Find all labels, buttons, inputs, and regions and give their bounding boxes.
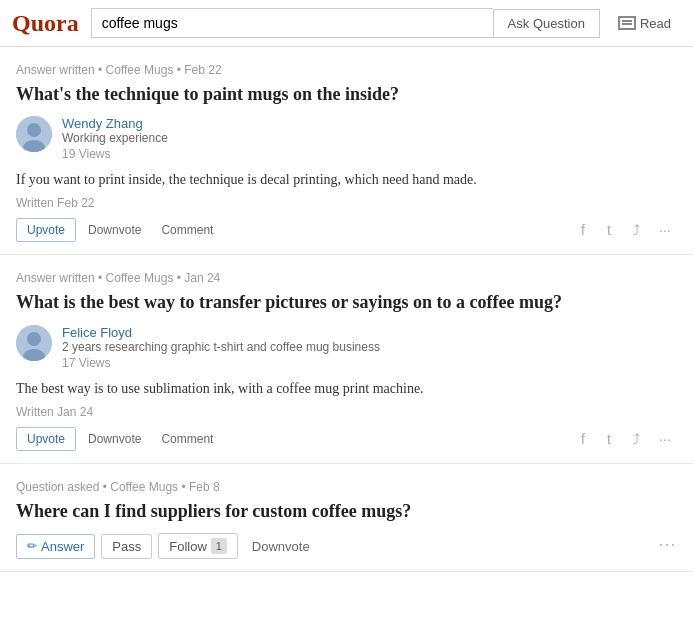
- follow-button[interactable]: Follow 1: [158, 533, 238, 559]
- downvote-button[interactable]: Downvote: [80, 219, 149, 241]
- pass-button[interactable]: Pass: [101, 534, 152, 559]
- post-item: Answer written • Coffee Mugs • Jan 24 Wh…: [0, 255, 693, 463]
- post-item: Answer written • Coffee Mugs • Feb 22 Wh…: [0, 47, 693, 255]
- svg-point-1: [27, 123, 41, 137]
- action-row: Upvote Downvote Comment f t ⤴ ···: [16, 218, 677, 242]
- svg-point-4: [27, 332, 41, 346]
- author-cred: 2 years researching graphic t-shirt and …: [62, 340, 380, 354]
- action-left: Upvote Downvote Comment: [16, 218, 221, 242]
- feed: Answer written • Coffee Mugs • Feb 22 Wh…: [0, 47, 693, 572]
- question-actions-row: ✏ Answer Pass Follow 1 Downvote ···: [16, 533, 677, 559]
- pencil-icon: ✏: [27, 539, 37, 553]
- comment-button[interactable]: Comment: [153, 219, 221, 241]
- answer-button[interactable]: ✏ Answer: [16, 534, 95, 559]
- author-row: Wendy Zhang Working experience 19 Views: [16, 116, 677, 161]
- action-left: Upvote Downvote Comment: [16, 427, 221, 451]
- written-date: Written Jan 24: [16, 405, 677, 419]
- avatar: [16, 325, 52, 361]
- author-info: Wendy Zhang Working experience 19 Views: [62, 116, 168, 161]
- post-question[interactable]: Where can I find suppliers for custom co…: [16, 500, 677, 523]
- ask-question-button[interactable]: Ask Question: [493, 9, 600, 38]
- post-meta: Answer written • Coffee Mugs • Feb 22: [16, 63, 677, 77]
- answer-text: The best way is to use sublimation ink, …: [16, 378, 677, 399]
- share-icon[interactable]: ⤴: [633, 431, 651, 447]
- views-count: 19 Views: [62, 147, 168, 161]
- read-label: Read: [640, 16, 671, 31]
- author-cred: Working experience: [62, 131, 168, 145]
- author-row: Felice Floyd 2 years researching graphic…: [16, 325, 677, 370]
- social-icons: f t ⤴ ···: [581, 431, 677, 447]
- more-icon[interactable]: ···: [659, 222, 677, 238]
- comment-button[interactable]: Comment: [153, 428, 221, 450]
- author-info: Felice Floyd 2 years researching graphic…: [62, 325, 380, 370]
- search-bar: Ask Question: [91, 8, 600, 38]
- avatar: [16, 116, 52, 152]
- share-icon[interactable]: ⤴: [633, 222, 651, 238]
- views-count: 17 Views: [62, 356, 380, 370]
- more-options-icon[interactable]: ···: [659, 537, 677, 555]
- post-question[interactable]: What is the best way to transfer picture…: [16, 291, 677, 314]
- header: Quora Ask Question Read: [0, 0, 693, 47]
- downvote-button[interactable]: Downvote: [244, 535, 318, 558]
- read-button[interactable]: Read: [608, 10, 681, 37]
- answer-text: If you want to print inside, the techniq…: [16, 169, 677, 190]
- search-input[interactable]: [91, 8, 493, 38]
- follow-count: 1: [211, 538, 227, 554]
- quora-logo: Quora: [12, 10, 79, 37]
- author-name[interactable]: Felice Floyd: [62, 325, 380, 340]
- upvote-button[interactable]: Upvote: [16, 218, 76, 242]
- follow-label: Follow: [169, 539, 207, 554]
- post-item: Question asked • Coffee Mugs • Feb 8 Whe…: [0, 464, 693, 572]
- post-meta: Answer written • Coffee Mugs • Jan 24: [16, 271, 677, 285]
- downvote-button[interactable]: Downvote: [80, 428, 149, 450]
- read-icon: [618, 16, 636, 30]
- written-date: Written Feb 22: [16, 196, 677, 210]
- facebook-icon[interactable]: f: [581, 431, 599, 447]
- upvote-button[interactable]: Upvote: [16, 427, 76, 451]
- twitter-icon[interactable]: t: [607, 431, 625, 447]
- more-icon[interactable]: ···: [659, 431, 677, 447]
- action-row: Upvote Downvote Comment f t ⤴ ···: [16, 427, 677, 451]
- twitter-icon[interactable]: t: [607, 222, 625, 238]
- post-meta: Question asked • Coffee Mugs • Feb 8: [16, 480, 677, 494]
- answer-label: Answer: [41, 539, 84, 554]
- facebook-icon[interactable]: f: [581, 222, 599, 238]
- social-icons: f t ⤴ ···: [581, 222, 677, 238]
- author-name[interactable]: Wendy Zhang: [62, 116, 168, 131]
- post-question[interactable]: What's the technique to paint mugs on th…: [16, 83, 677, 106]
